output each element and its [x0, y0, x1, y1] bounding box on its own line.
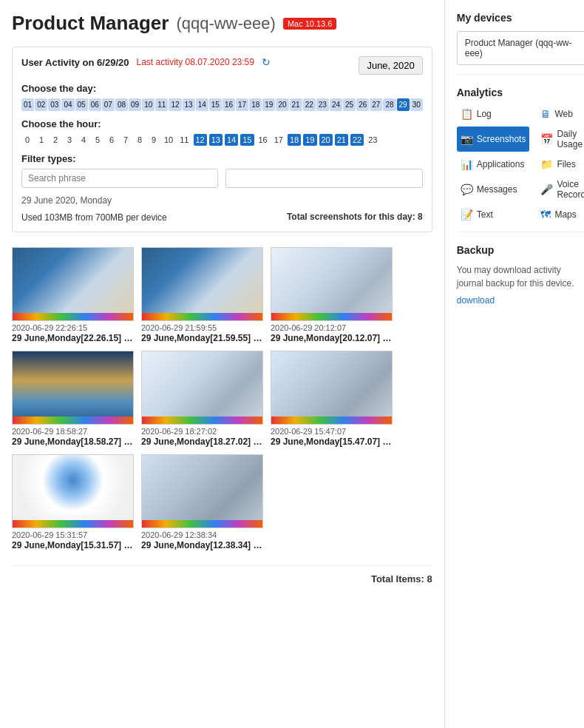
day-item-04[interactable]: 04	[61, 98, 74, 111]
day-item-27[interactable]: 27	[370, 98, 382, 111]
analytics-item-applications[interactable]: 📊Applications	[457, 156, 530, 172]
screenshot-thumb-2	[271, 247, 393, 321]
text-label: Text	[477, 209, 493, 220]
day-item-12[interactable]: 12	[169, 98, 181, 111]
screenshot-label-2: 29 June,Monday[20.12.07] Google ...	[271, 333, 393, 343]
screenshot-item-1[interactable]: 2020-06-29 21:59:5529 June,Monday[21.59.…	[141, 247, 263, 343]
analytics-title: Analytics	[457, 87, 584, 98]
analytics-item-daily-usage[interactable]: 📅Daily Usage	[537, 127, 584, 152]
day-item-26[interactable]: 26	[356, 98, 369, 111]
screenshot-item-3[interactable]: 2020-06-29 18:58:2729 June,Monday[18.58.…	[12, 351, 134, 447]
search-input[interactable]	[21, 169, 218, 188]
hour-item-22[interactable]: 22	[350, 134, 364, 146]
hour-item-5[interactable]: 5	[92, 134, 103, 146]
activity-header: User Activity on 6/29/20 Last activity 0…	[21, 56, 271, 68]
hour-item-9[interactable]: 9	[148, 134, 160, 146]
day-item-11[interactable]: 11	[155, 98, 168, 111]
hour-item-11[interactable]: 11	[177, 134, 191, 146]
screenshot-time-5: 2020-06-29 15:47:07	[271, 427, 393, 436]
hour-item-2[interactable]: 2	[50, 134, 61, 146]
month-selector[interactable]: June, 2020	[359, 56, 422, 75]
day-item-24[interactable]: 24	[330, 98, 342, 111]
hour-item-13[interactable]: 13	[209, 134, 223, 146]
hour-item-17[interactable]: 17	[272, 134, 285, 146]
hour-item-4[interactable]: 4	[78, 134, 89, 146]
download-link[interactable]: download	[457, 295, 495, 306]
day-item-09[interactable]: 09	[129, 98, 141, 111]
analytics-item-messages[interactable]: 💬Messages	[457, 177, 530, 202]
backup-title: Backup	[457, 244, 584, 256]
type-filter-input[interactable]: type-jpg	[225, 169, 422, 188]
hour-item-6[interactable]: 6	[106, 134, 118, 146]
hour-item-10[interactable]: 10	[162, 134, 175, 146]
web-icon: 🖥	[540, 108, 551, 120]
hour-item-12[interactable]: 12	[194, 134, 207, 146]
hour-item-16[interactable]: 16	[257, 134, 270, 146]
hour-item-19[interactable]: 19	[303, 134, 316, 146]
analytics-item-text[interactable]: 📝Text	[457, 206, 530, 223]
screenshot-item-7[interactable]: 2020-06-29 12:38:3429 June,Monday[12.38.…	[141, 454, 263, 550]
hour-item-8[interactable]: 8	[134, 134, 146, 146]
files-label: Files	[557, 159, 575, 169]
day-item-17[interactable]: 17	[236, 98, 248, 111]
hour-item-3[interactable]: 3	[64, 134, 75, 146]
day-item-07[interactable]: 07	[102, 98, 115, 111]
day-item-28[interactable]: 28	[383, 98, 395, 111]
page-subtitle: (qqq-ww-eee)	[176, 14, 276, 33]
mac-badge: Mac 10.13.6	[283, 18, 337, 30]
screenshot-item-0[interactable]: 2020-06-29 22:26:1529 June,Monday[22.26.…	[12, 247, 134, 343]
analytics-item-log[interactable]: 📋Log	[457, 106, 530, 122]
hour-item-15[interactable]: 15	[240, 134, 254, 146]
day-item-06[interactable]: 06	[89, 98, 101, 111]
day-item-29[interactable]: 29	[397, 98, 410, 111]
screenshot-item-6[interactable]: 2020-06-29 15:31:5729 June,Monday[15.31.…	[12, 454, 134, 550]
daily-usage-icon: 📅	[540, 133, 553, 145]
day-item-01[interactable]: 01	[21, 98, 34, 111]
day-item-20[interactable]: 20	[276, 98, 288, 111]
hour-item-23[interactable]: 23	[366, 134, 379, 146]
hour-item-1[interactable]: 1	[35, 134, 47, 146]
hour-item-21[interactable]: 21	[335, 134, 348, 146]
day-item-30[interactable]: 30	[410, 98, 423, 111]
day-item-15[interactable]: 15	[209, 98, 222, 111]
day-item-16[interactable]: 16	[223, 98, 235, 111]
analytics-item-voice-records[interactable]: 🎤Voice Records	[537, 177, 584, 202]
analytics-item-web[interactable]: 🖥Web	[537, 106, 584, 122]
screenshot-item-2[interactable]: 2020-06-29 20:12:0729 June,Monday[20.12.…	[271, 247, 393, 343]
day-item-21[interactable]: 21	[290, 98, 302, 111]
screenshot-time-2: 2020-06-29 20:12:07	[271, 323, 393, 332]
maps-icon: 🗺	[540, 209, 551, 220]
day-item-03[interactable]: 03	[48, 98, 61, 111]
sidebar: My devices Product Manager (qqq-ww-eee) …	[444, 0, 584, 728]
day-item-13[interactable]: 13	[183, 98, 195, 111]
hour-item-14[interactable]: 14	[225, 134, 238, 146]
day-item-22[interactable]: 22	[303, 98, 316, 111]
analytics-item-maps[interactable]: 🗺Maps	[537, 206, 584, 223]
web-label: Web	[554, 109, 572, 119]
device-box[interactable]: Product Manager (qqq-ww-eee)	[457, 31, 584, 65]
hour-item-7[interactable]: 7	[120, 134, 132, 146]
day-item-02[interactable]: 02	[35, 98, 47, 111]
day-item-14[interactable]: 14	[196, 98, 208, 111]
applications-label: Applications	[477, 159, 525, 169]
day-item-18[interactable]: 18	[249, 98, 262, 111]
hour-item-0[interactable]: 0	[21, 134, 33, 146]
day-item-25[interactable]: 25	[343, 98, 356, 111]
screenshots-label: Screenshots	[477, 134, 526, 144]
my-devices-title: My devices	[457, 12, 584, 24]
day-item-08[interactable]: 08	[115, 98, 128, 111]
day-item-05[interactable]: 05	[75, 98, 88, 111]
screenshot-item-5[interactable]: 2020-06-29 15:47:0729 June,Monday[15.47.…	[271, 351, 393, 447]
screenshot-item-4[interactable]: 2020-06-29 18:27:0229 June,Monday[18.27.…	[141, 351, 263, 447]
analytics-item-files[interactable]: 📁Files	[537, 156, 584, 172]
day-item-19[interactable]: 19	[262, 98, 275, 111]
hour-item-18[interactable]: 18	[288, 134, 301, 146]
total-items: Total Items: 8	[371, 573, 432, 584]
day-item-23[interactable]: 23	[316, 98, 329, 111]
day-item-10[interactable]: 10	[142, 98, 155, 111]
analytics-item-screenshots[interactable]: 📷Screenshots	[457, 127, 530, 152]
backup-text: You may download activity journal backup…	[457, 263, 584, 290]
screenshot-label-7: 29 June,Monday[12.38.34] Google ...	[141, 540, 263, 550]
hour-item-20[interactable]: 20	[319, 134, 333, 146]
refresh-icon[interactable]: ↻	[262, 56, 271, 68]
